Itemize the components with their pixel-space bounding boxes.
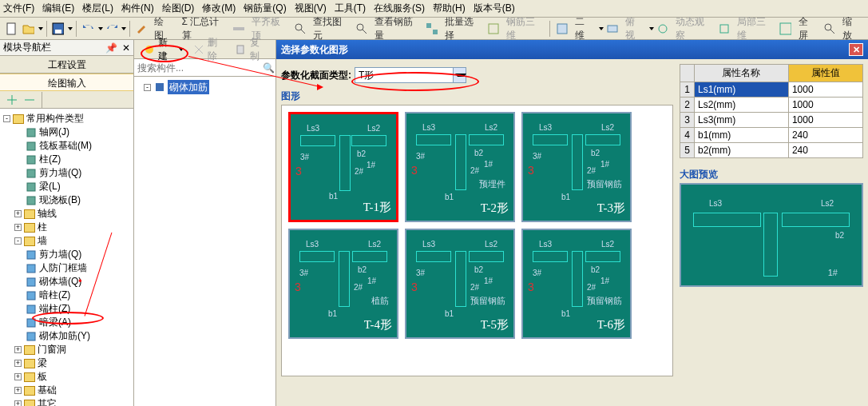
param-type-combo[interactable]: T形 — [355, 67, 466, 83]
tree-item[interactable]: 暗柱(Z) — [3, 289, 130, 302]
tree-group[interactable]: +基础 — [3, 384, 130, 397]
tree-item[interactable]: 现浇板(B) — [3, 193, 130, 207]
tree-item[interactable]: 剪力墙(Q) — [3, 166, 130, 180]
local3d-icon[interactable] — [718, 22, 730, 35]
tree-item[interactable]: 暗梁(A) — [3, 316, 130, 329]
table-row[interactable]: 3Ls3(mm)1000 — [680, 113, 863, 128]
menu-tool[interactable]: 工具(T) — [335, 2, 366, 15]
tab-draw-input[interactable]: 绘图输入 — [0, 74, 133, 91]
menu-view[interactable]: 视图(V) — [295, 2, 327, 15]
batch-icon[interactable] — [426, 22, 438, 35]
tree-expand-icon[interactable] — [6, 94, 18, 106]
zoom-icon[interactable] — [823, 22, 835, 35]
redo-icon[interactable] — [105, 22, 117, 35]
check-rebar-button[interactable]: 查看钢筋量 — [375, 15, 418, 42]
fullscreen-button[interactable]: 全屏 — [799, 15, 816, 42]
prop-value[interactable]: 1000 — [788, 98, 862, 113]
menu-modify[interactable]: 修改(M) — [202, 2, 236, 15]
tree-item[interactable]: 砌体加筋(Y) — [3, 329, 130, 343]
shape-option-5[interactable]: Ls3 Ls2 b1 b2 1# 2# 3# 3 预留钢筋 T-5形 — [405, 229, 515, 339]
prop-value[interactable]: 240 — [788, 128, 862, 143]
new-dropdown-icon[interactable] — [179, 48, 184, 51]
rebar-item-icon — [154, 82, 165, 93]
two-d-button[interactable]: 二维 — [575, 15, 593, 42]
shape-option-6[interactable]: Ls3 Ls2 b1 b2 1# 2# 3# 3 预留钢筋 T-6形 — [521, 229, 632, 339]
tree-item[interactable]: 剪力墙(Q) — [3, 248, 130, 261]
top-view-icon[interactable] — [606, 22, 618, 35]
open-dropdown-icon[interactable] — [38, 27, 43, 30]
tree-group[interactable]: +其它 — [3, 397, 130, 406]
undo-dropdown-icon[interactable] — [98, 27, 103, 30]
menu-floor[interactable]: 楼层(L) — [82, 2, 113, 15]
table-row[interactable]: 2Ls2(mm)1000 — [680, 98, 863, 113]
tab-project-settings[interactable]: 工程设置 — [0, 56, 133, 74]
shape-option-3[interactable]: Ls3 Ls2 b1 b2 1# 2# 3# 3 预留钢筋 T-3形 — [521, 112, 632, 222]
top-dropdown-icon[interactable] — [649, 27, 654, 30]
table-row[interactable]: 4b1(mm)240 — [680, 128, 863, 143]
tree-item[interactable]: 端柱(Z) — [3, 302, 130, 316]
shape-option-4[interactable]: Ls3 Ls2 b1 b2 1# 2# 3# 3 植筋 T-4形 — [288, 229, 398, 339]
dialog-close-button[interactable]: ✕ — [849, 43, 863, 56]
tree-group[interactable]: +门窗洞 — [3, 343, 130, 356]
tree-item[interactable]: 人防门框墙 — [3, 261, 130, 275]
save-dropdown-icon[interactable] — [68, 27, 73, 30]
prop-value[interactable]: 240 — [788, 143, 862, 158]
tree-item[interactable]: 筏板基础(M) — [3, 139, 130, 153]
find-icon[interactable] — [294, 22, 306, 35]
2d-dropdown-icon[interactable] — [599, 27, 604, 30]
svg-point-5 — [357, 24, 363, 30]
tree-item[interactable]: 轴网(J) — [3, 125, 130, 139]
svg-rect-29 — [237, 46, 244, 54]
menu-file[interactable]: 文件(F) — [3, 2, 34, 15]
find-elem-button[interactable]: 查找图元 — [313, 15, 348, 42]
check-rebar-icon[interactable] — [355, 22, 367, 35]
svg-rect-7 — [433, 30, 438, 34]
tree-item[interactable]: 梁(L) — [3, 180, 130, 193]
menu-online[interactable]: 在线服务(S) — [374, 2, 425, 15]
list-item[interactable]: - 砌体加筋 — [137, 80, 272, 94]
menu-edit[interactable]: 编辑(E) — [42, 2, 74, 15]
prop-value[interactable]: 1000 — [788, 82, 862, 98]
zoom-button[interactable]: 缩放 — [842, 15, 860, 42]
fullscreen-icon[interactable] — [779, 22, 791, 35]
menu-rebar[interactable]: 钢筋量(Q) — [244, 2, 286, 15]
tree-group[interactable]: +轴线 — [3, 207, 130, 221]
brush-icon[interactable] — [136, 22, 148, 35]
save-icon[interactable] — [52, 22, 64, 35]
tree-item[interactable]: 砌体墙(Q)• — [3, 275, 130, 289]
tree-root-node[interactable]: -常用构件类型 — [3, 112, 130, 125]
pin-icon[interactable]: 📌 — [105, 42, 117, 54]
component-tree[interactable]: -常用构件类型轴网(J)筏板基础(M)柱(Z)剪力墙(Q)梁(L)现浇板(B)+… — [0, 109, 133, 406]
svg-point-11 — [659, 25, 667, 33]
search-icon[interactable]: 🔍 — [261, 62, 275, 74]
tree-group[interactable]: -墙 — [3, 234, 130, 248]
menu-draw[interactable]: 绘图(D) — [162, 2, 195, 15]
combo-dropdown-icon[interactable] — [453, 68, 466, 82]
redo-dropdown-icon[interactable] — [121, 27, 126, 30]
tree-group[interactable]: +板 — [3, 370, 130, 384]
menu-comp[interactable]: 构件(N) — [121, 2, 154, 15]
orbit-icon[interactable] — [656, 22, 668, 35]
close-panel-icon[interactable]: ✕ — [122, 42, 130, 54]
menu-help[interactable]: 帮助(H) — [433, 2, 466, 15]
undo-icon[interactable] — [82, 22, 94, 35]
tree-collapse-icon[interactable] — [23, 94, 36, 106]
table-row[interactable]: 5b2(mm)240 — [680, 143, 863, 158]
search-input[interactable] — [134, 61, 261, 75]
prop-name: Ls1(mm) — [695, 82, 789, 98]
rebar3d-icon[interactable] — [487, 22, 499, 35]
open-icon[interactable] — [22, 22, 34, 35]
shape-option-1[interactable]: Ls3 Ls2 b1 b2 1# 2# 3# 3 T-1形 — [288, 112, 398, 222]
menu-version[interactable]: 版本号(B) — [474, 2, 515, 15]
new-file-icon[interactable] — [6, 22, 18, 35]
shape-option-2[interactable]: Ls3 Ls2 b1 b2 1# 2# 3# 3 预埋件 T-2形 — [405, 112, 515, 222]
tree-item[interactable]: 柱(Z) — [3, 153, 130, 166]
batch-sel-button[interactable]: 批量选择 — [445, 15, 480, 42]
svg-rect-6 — [426, 23, 431, 28]
2d-icon[interactable] — [556, 22, 568, 35]
shape-label: T-4形 — [364, 317, 392, 332]
table-row[interactable]: 1Ls1(mm)1000 — [680, 82, 863, 98]
prop-value[interactable]: 1000 — [788, 113, 862, 128]
tree-group[interactable]: +梁 — [3, 356, 130, 370]
tree-group[interactable]: +柱 — [3, 221, 130, 234]
